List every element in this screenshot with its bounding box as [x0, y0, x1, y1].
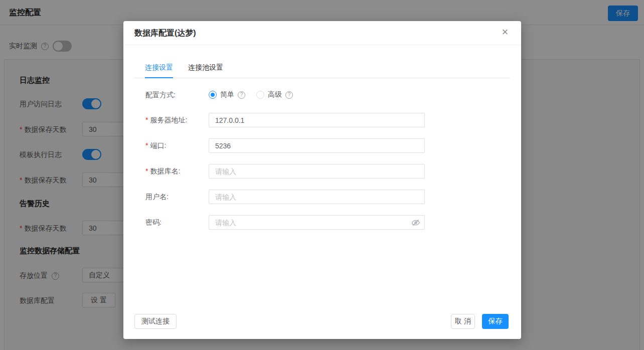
- port-input[interactable]: [209, 138, 425, 153]
- config-mode-row: 配置方式: 简单 ? 高级 ?: [145, 89, 521, 100]
- modal-header: 数据库配置(达梦) ×: [123, 21, 521, 45]
- server-address-text: 服务器地址:: [150, 116, 187, 124]
- save-button[interactable]: 保存: [482, 314, 509, 329]
- radio-simple-label: 简单: [220, 90, 234, 99]
- modal-title: 数据库配置(达梦): [134, 21, 196, 45]
- close-icon[interactable]: ×: [498, 25, 512, 39]
- eye-invisible-icon[interactable]: [412, 219, 420, 227]
- required-mark: *: [145, 167, 148, 175]
- radio-unselected-icon[interactable]: [256, 91, 264, 99]
- server-address-label: *服务器地址:: [145, 113, 209, 127]
- password-input[interactable]: [209, 215, 425, 230]
- screen: 监控配置 保存 实时监测 ? 日志监控 用户访问日志 *数据保存天数 模板执行日…: [0, 0, 644, 350]
- connection-settings-form: 配置方式: 简单 ? 高级 ? *服务器地址:: [123, 78, 521, 230]
- field-control: [209, 164, 425, 179]
- modal-footer-left: 测试连接: [134, 314, 177, 329]
- database-config-modal: 数据库配置(达梦) × 连接设置 连接池设置 配置方式: 简单 ? 高级: [123, 21, 521, 339]
- config-mode-radio-group: 简单 ? 高级 ?: [209, 89, 299, 100]
- database-name-label: *数据库名:: [145, 164, 209, 179]
- server-address-input[interactable]: [209, 113, 425, 127]
- password-row: 密码:: [145, 215, 521, 230]
- required-mark: *: [145, 116, 148, 124]
- tab-connection-settings[interactable]: 连接设置: [145, 63, 173, 78]
- username-label: 用户名:: [145, 190, 209, 204]
- database-name-row: *数据库名:: [145, 164, 521, 179]
- database-name-text: 数据库名:: [150, 167, 180, 175]
- password-label: 密码:: [145, 215, 209, 230]
- config-mode-label: 配置方式:: [145, 89, 209, 100]
- field-control: [209, 215, 425, 230]
- port-label: *端口:: [145, 138, 209, 153]
- radio-advanced[interactable]: 高级 ?: [256, 90, 293, 99]
- modal-footer-right: 取 消 保存: [451, 314, 509, 329]
- help-icon[interactable]: ?: [238, 91, 245, 99]
- database-name-input[interactable]: [209, 164, 425, 179]
- help-icon[interactable]: ?: [285, 91, 293, 99]
- test-connection-button[interactable]: 测试连接: [134, 314, 177, 329]
- cancel-button[interactable]: 取 消: [451, 314, 475, 329]
- field-control: [209, 113, 425, 127]
- field-control: [209, 190, 425, 204]
- server-address-row: *服务器地址:: [145, 113, 521, 127]
- radio-advanced-label: 高级: [268, 90, 282, 99]
- username-row: 用户名:: [145, 190, 521, 204]
- username-input[interactable]: [209, 190, 425, 204]
- port-row: *端口:: [145, 138, 521, 153]
- required-mark: *: [145, 141, 148, 149]
- modal-tab-bar: 连接设置 连接池设置: [134, 63, 510, 78]
- radio-selected-icon[interactable]: [209, 91, 217, 99]
- radio-simple[interactable]: 简单 ?: [209, 90, 245, 99]
- tab-connection-pool-settings[interactable]: 连接池设置: [188, 63, 223, 78]
- port-text: 端口:: [150, 141, 166, 149]
- field-control: [209, 138, 425, 153]
